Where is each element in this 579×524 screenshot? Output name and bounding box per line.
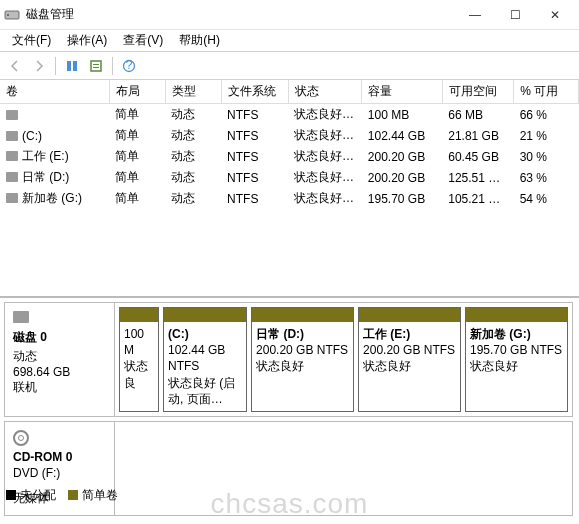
- cell: 简单: [109, 104, 165, 126]
- volume-list: 卷布局类型文件系统状态容量可用空间% 可用 简单动态NTFS状态良好 (…100…: [0, 80, 579, 298]
- legend-unallocated: 未分配: [6, 487, 56, 504]
- disk-name: 磁盘 0: [13, 329, 106, 346]
- cell: 200.20 GB: [362, 167, 442, 188]
- disk-size: 698.64 GB: [13, 365, 106, 379]
- partition[interactable]: 工作 (E:) 200.20 GB NTFS 状态良好: [358, 307, 461, 412]
- cell: 21.81 GB: [442, 125, 513, 146]
- partition[interactable]: (C:) 102.44 GB NTFS 状态良好 (启动, 页面…: [163, 307, 247, 412]
- app-icon: [4, 7, 20, 23]
- svg-rect-6: [93, 67, 99, 68]
- partition-status: 状态良好: [256, 358, 349, 374]
- svg-text:?: ?: [126, 59, 133, 72]
- minimize-button[interactable]: —: [455, 1, 495, 29]
- cell: 简单: [109, 146, 165, 167]
- table-row[interactable]: 新加卷 (G:)简单动态NTFS状态良好 (…195.70 GB105.21 ……: [0, 188, 579, 209]
- cell: NTFS: [221, 167, 288, 188]
- partition[interactable]: 新加卷 (G:) 195.70 GB NTFS 状态良好: [465, 307, 568, 412]
- svg-rect-3: [73, 61, 77, 71]
- forward-button: [28, 55, 50, 77]
- svg-rect-4: [91, 61, 101, 71]
- cell: 66 %: [514, 104, 579, 126]
- column-header[interactable]: 布局: [109, 80, 165, 104]
- cell: 动态: [165, 125, 221, 146]
- cell: 状态良好 (…: [288, 167, 362, 188]
- partition-body: 工作 (E:) 200.20 GB NTFS 状态良好: [359, 322, 460, 379]
- cdrom-icon: [13, 430, 29, 446]
- cell: 200.20 GB: [362, 146, 442, 167]
- disk-type: 动态: [13, 348, 106, 365]
- cell: 状态良好 (…: [288, 104, 362, 126]
- disk-label: 磁盘 0 动态 698.64 GB 联机: [5, 303, 115, 416]
- cell: 125.51 …: [442, 167, 513, 188]
- partition-title: 新加卷 (G:): [470, 326, 563, 342]
- partition-size: 200.20 GB NTFS: [363, 342, 456, 358]
- column-header[interactable]: 状态: [288, 80, 362, 104]
- cell: 60.45 GB: [442, 146, 513, 167]
- svg-rect-5: [93, 64, 99, 65]
- cell: 动态: [165, 188, 221, 209]
- partition-title: 日常 (D:): [256, 326, 349, 342]
- menu-file[interactable]: 文件(F): [4, 30, 59, 51]
- toolbar: ?: [0, 52, 579, 80]
- cell: 状态良好 (…: [288, 125, 362, 146]
- cell: 简单: [109, 125, 165, 146]
- table-row[interactable]: 工作 (E:)简单动态NTFS状态良好 (…200.20 GB60.45 GB3…: [0, 146, 579, 167]
- table-row[interactable]: (C:)简单动态NTFS状态良好 (…102.44 GB21.81 GB21 %: [0, 125, 579, 146]
- partition[interactable]: 100 M 状态良: [119, 307, 159, 412]
- partition-status: 状态良: [124, 358, 154, 390]
- menu-bar: 文件(F) 操作(A) 查看(V) 帮助(H): [0, 30, 579, 52]
- menu-action[interactable]: 操作(A): [59, 30, 115, 51]
- cell: 动态: [165, 104, 221, 126]
- cell: 30 %: [514, 146, 579, 167]
- cell: 状态良好 (…: [288, 146, 362, 167]
- svg-rect-2: [67, 61, 71, 71]
- column-header[interactable]: 容量: [362, 80, 442, 104]
- title-bar: 磁盘管理 — ☐ ✕: [0, 0, 579, 30]
- partition[interactable]: 日常 (D:) 200.20 GB NTFS 状态良好: [251, 307, 354, 412]
- refresh-button[interactable]: [61, 55, 83, 77]
- cell: 简单: [109, 167, 165, 188]
- column-header[interactable]: 类型: [165, 80, 221, 104]
- disk-icon: [13, 311, 29, 323]
- menu-help[interactable]: 帮助(H): [171, 30, 228, 51]
- disk-row-0[interactable]: 磁盘 0 动态 698.64 GB 联机 100 M 状态良 (C:) 102.…: [4, 302, 573, 417]
- back-button: [4, 55, 26, 77]
- help-button[interactable]: ?: [118, 55, 140, 77]
- volume-name-cell: 日常 (D:): [0, 167, 109, 188]
- table-row[interactable]: 日常 (D:)简单动态NTFS状态良好 (…200.20 GB125.51 …6…: [0, 167, 579, 188]
- cell: 63 %: [514, 167, 579, 188]
- close-button[interactable]: ✕: [535, 1, 575, 29]
- cell: 动态: [165, 146, 221, 167]
- partition-size: 200.20 GB NTFS: [256, 342, 349, 358]
- cdrom-drive: DVD (F:): [13, 466, 106, 480]
- partition-header: [120, 308, 158, 322]
- partition-size: 195.70 GB NTFS: [470, 342, 563, 358]
- partition-size: 102.44 GB NTFS: [168, 342, 242, 374]
- legend: 未分配 简单卷: [6, 487, 118, 504]
- column-header[interactable]: 卷: [0, 80, 109, 104]
- column-header[interactable]: % 可用: [514, 80, 579, 104]
- cell: 21 %: [514, 125, 579, 146]
- cell: NTFS: [221, 146, 288, 167]
- column-header[interactable]: 可用空间: [442, 80, 513, 104]
- properties-button[interactable]: [85, 55, 107, 77]
- menu-view[interactable]: 查看(V): [115, 30, 171, 51]
- cell: 状态良好 (…: [288, 188, 362, 209]
- cell: 195.70 GB: [362, 188, 442, 209]
- cell: 动态: [165, 167, 221, 188]
- cell: 简单: [109, 188, 165, 209]
- disk-status: 联机: [13, 379, 106, 396]
- cdrom-name: CD-ROM 0: [13, 450, 106, 464]
- partition-header: [252, 308, 353, 322]
- partition-title: (C:): [168, 326, 242, 342]
- partition-header: [359, 308, 460, 322]
- partition-body: 日常 (D:) 200.20 GB NTFS 状态良好: [252, 322, 353, 379]
- partition-status: 状态良好: [363, 358, 456, 374]
- partition-header: [466, 308, 567, 322]
- table-row[interactable]: 简单动态NTFS状态良好 (…100 MB66 MB66 %: [0, 104, 579, 126]
- column-header[interactable]: 文件系统: [221, 80, 288, 104]
- volume-name-cell: 工作 (E:): [0, 146, 109, 167]
- partition-status: 状态良好: [470, 358, 563, 374]
- maximize-button[interactable]: ☐: [495, 1, 535, 29]
- cell: NTFS: [221, 104, 288, 126]
